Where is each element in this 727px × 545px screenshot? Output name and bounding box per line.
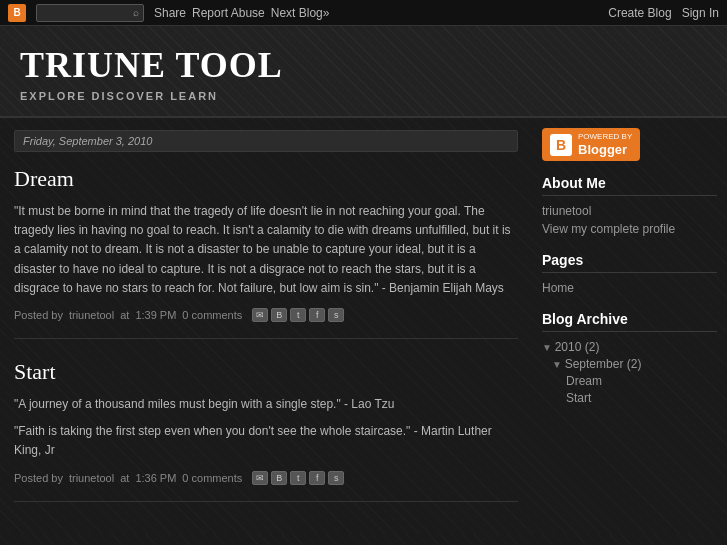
- post-share-icons-start: ✉ B t f s: [252, 471, 344, 485]
- powered-by-label: POWERED BY: [578, 132, 632, 142]
- post-author-dream: triunetool: [69, 309, 114, 321]
- post-body-start-2: "Faith is taking the first step even whe…: [14, 422, 518, 460]
- top-bar-right: Create Blog Sign In: [608, 6, 719, 20]
- pages-heading: Pages: [542, 252, 717, 273]
- archive-year-link[interactable]: 2010 (2): [555, 340, 600, 354]
- site-tagline: EXPLORE DISCOVER LEARN: [20, 90, 707, 102]
- twitter-icon[interactable]: t: [290, 308, 306, 322]
- share-link[interactable]: Share: [154, 6, 186, 20]
- post-time-start: 1:36 PM: [135, 472, 176, 484]
- about-me-heading: About Me: [542, 175, 717, 196]
- top-bar: B ⌕ Share Report Abuse Next Blog» Create…: [0, 0, 727, 26]
- sidebar: B POWERED BY Blogger About Me triunetool…: [532, 118, 727, 534]
- twitter-icon-2[interactable]: t: [290, 471, 306, 485]
- post-body-start-1: "A journey of a thousand miles must begi…: [14, 395, 518, 414]
- post-author-start: triunetool: [69, 472, 114, 484]
- facebook-icon[interactable]: f: [309, 308, 325, 322]
- archive-start-link[interactable]: Start: [566, 391, 591, 405]
- sign-in-link[interactable]: Sign In: [682, 6, 719, 20]
- archive-post-dream[interactable]: Dream: [566, 374, 717, 388]
- about-me-widget: About Me triunetool View my complete pro…: [542, 175, 717, 236]
- post-start: Start "A journey of a thousand miles mus…: [14, 359, 518, 502]
- archive-month-sep[interactable]: ▼ September (2): [552, 357, 717, 371]
- blog-archive-widget: Blog Archive 2010 (2) ▼ September (2) Dr…: [542, 311, 717, 405]
- report-abuse-link[interactable]: Report Abuse: [192, 6, 265, 20]
- blog-icon[interactable]: B: [271, 308, 287, 322]
- view-profile-link[interactable]: View my complete profile: [542, 222, 717, 236]
- post-title-start: Start: [14, 359, 518, 385]
- post-footer-start: Posted by triunetool at 1:36 PM 0 commen…: [14, 471, 518, 485]
- blogger-label: Blogger: [578, 142, 632, 158]
- username-link[interactable]: triunetool: [542, 204, 717, 218]
- post-time-dream: 1:39 PM: [135, 309, 176, 321]
- blog-archive-heading: Blog Archive: [542, 311, 717, 332]
- share2-icon-2[interactable]: s: [328, 471, 344, 485]
- home-page-link[interactable]: Home: [542, 281, 717, 295]
- search-box[interactable]: ⌕: [36, 4, 144, 22]
- next-blog-link[interactable]: Next Blog»: [271, 6, 330, 20]
- post-title-dream: Dream: [14, 166, 518, 192]
- top-bar-links: Share Report Abuse Next Blog»: [154, 6, 329, 20]
- main-layout: Friday, September 3, 2010 Dream "It must…: [0, 118, 727, 534]
- post-comments-start: 0 comments: [182, 472, 242, 484]
- post-author-label-2: Posted by: [14, 472, 63, 484]
- share2-icon[interactable]: s: [328, 308, 344, 322]
- facebook-icon-2[interactable]: f: [309, 471, 325, 485]
- post-at-label-2: at: [120, 472, 129, 484]
- archive-month-link[interactable]: September (2): [565, 357, 642, 371]
- blogger-b-icon: B: [550, 134, 572, 156]
- create-blog-link[interactable]: Create Blog: [608, 6, 671, 20]
- search-input[interactable]: [41, 7, 131, 19]
- post-body-dream: "It must be borne in mind that the trage…: [14, 202, 518, 298]
- post-at-label: at: [120, 309, 129, 321]
- content-area: Friday, September 3, 2010 Dream "It must…: [0, 118, 532, 534]
- archive-year-2010[interactable]: 2010 (2): [542, 340, 717, 354]
- post-author-label: Posted by: [14, 309, 63, 321]
- post-share-icons-dream: ✉ B t f s: [252, 308, 344, 322]
- archive-post-start[interactable]: Start: [566, 391, 717, 405]
- site-title: TRIUNE TOOL: [20, 44, 707, 86]
- site-header: TRIUNE TOOL EXPLORE DISCOVER LEARN: [0, 26, 727, 118]
- blogger-logo-icon: B: [8, 4, 26, 22]
- archive-dream-link[interactable]: Dream: [566, 374, 602, 388]
- post-comments-dream: 0 comments: [182, 309, 242, 321]
- blog-icon-2[interactable]: B: [271, 471, 287, 485]
- email-icon-2[interactable]: ✉: [252, 471, 268, 485]
- blogger-badge: B POWERED BY Blogger: [542, 128, 640, 161]
- email-icon[interactable]: ✉: [252, 308, 268, 322]
- search-icon: ⌕: [133, 7, 139, 18]
- post-dream: Dream "It must be borne in mind that the…: [14, 166, 518, 339]
- post-date-header: Friday, September 3, 2010: [14, 130, 518, 152]
- pages-widget: Pages Home: [542, 252, 717, 295]
- post-footer-dream: Posted by triunetool at 1:39 PM 0 commen…: [14, 308, 518, 322]
- blogger-badge-text: POWERED BY Blogger: [578, 132, 632, 157]
